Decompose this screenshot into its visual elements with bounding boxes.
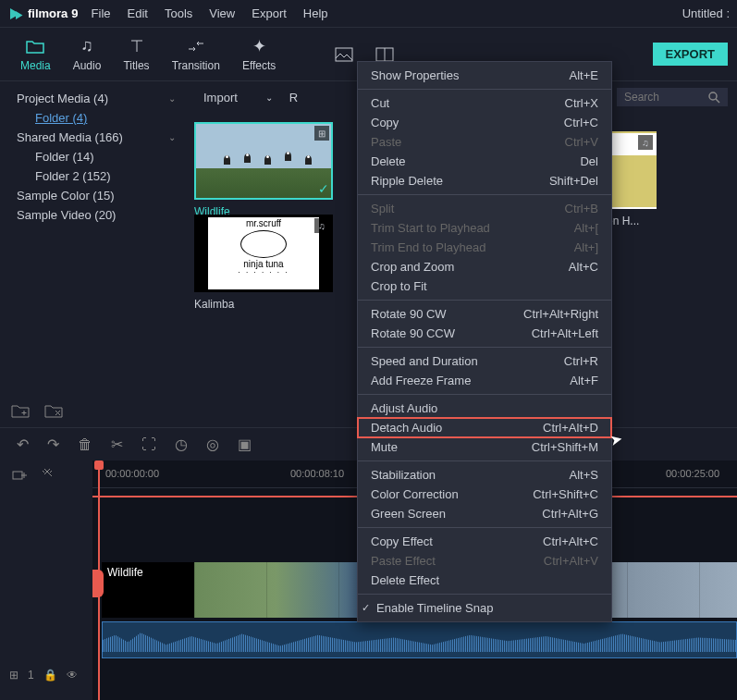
- context-menu-item[interactable]: Detach AudioCtrl+Alt+D: [358, 418, 611, 437]
- context-menu-item[interactable]: Green ScreenCtrl+Alt+G: [358, 504, 611, 523]
- export-button[interactable]: EXPORT: [653, 43, 728, 66]
- context-menu-item[interactable]: Delete Effect: [358, 571, 611, 590]
- context-menu-item[interactable]: CopyCtrl+C: [358, 113, 611, 132]
- split-button[interactable]: ✂: [111, 436, 123, 453]
- context-menu-item[interactable]: Rotate 90 CWCtrl+Alt+Right: [358, 304, 611, 324]
- sparkle-icon: ✦: [250, 37, 268, 55]
- menu-edit[interactable]: Edit: [128, 6, 148, 20]
- context-menu-item[interactable]: Color CorrectionCtrl+Shift+C: [358, 485, 611, 504]
- context-menu-label: Paste Effect: [371, 554, 436, 568]
- audio-track[interactable]: [102, 621, 737, 658]
- delete-button[interactable]: 🗑: [78, 436, 92, 453]
- tab-effects[interactable]: ✦ Effects: [231, 31, 287, 78]
- app-version: 9: [71, 6, 78, 20]
- context-menu-item[interactable]: Speed and DurationCtrl+R: [358, 351, 611, 371]
- context-menu-item[interactable]: CutCtrl+X: [358, 93, 611, 113]
- lock-icon[interactable]: 🔒: [43, 669, 57, 682]
- video-badge-icon: ⊞: [314, 126, 329, 141]
- context-menu-shortcut: Ctrl+C: [546, 116, 598, 129]
- sidebar-item-project-media[interactable]: Project Media (4)⌄: [0, 89, 185, 108]
- media-thumb[interactable]: mr.scruff ninja tuna · · · · · · · ♫: [194, 215, 333, 292]
- context-menu-item: Trim Start to PlayheadAlt+[: [358, 218, 611, 238]
- crop-button[interactable]: ⛶: [141, 436, 156, 453]
- menu-export[interactable]: Export: [252, 6, 287, 20]
- sidebar-item-folder-4[interactable]: Folder (4): [0, 108, 185, 128]
- add-track-button[interactable]: [11, 468, 28, 481]
- record-button[interactable]: R: [289, 91, 298, 104]
- context-menu-item[interactable]: DeleteDel: [358, 152, 611, 171]
- context-menu-item[interactable]: Add Freeze FrameAlt+F: [358, 371, 611, 390]
- menu-file[interactable]: File: [92, 6, 111, 20]
- context-menu-item[interactable]: ✓Enable Timeline Snap: [358, 598, 611, 618]
- check-icon: ✓: [318, 181, 329, 196]
- context-menu-label: Crop to Fit: [371, 279, 427, 293]
- context-menu-shortcut: Alt+[: [556, 221, 598, 235]
- speed-button[interactable]: ◷: [175, 436, 188, 453]
- context-menu-item[interactable]: Crop and ZoomAlt+C: [358, 257, 611, 276]
- context-menu-label: Trim End to Playhead: [371, 240, 486, 254]
- svg-point-2: [709, 92, 717, 100]
- sidebar-item-shared-media[interactable]: Shared Media (166)⌄: [0, 128, 185, 147]
- context-menu-item[interactable]: Adjust Audio: [358, 399, 611, 418]
- context-menu-label: Add Freeze Frame: [371, 374, 471, 387]
- image-icon: [335, 45, 353, 64]
- track-number: 1: [28, 669, 34, 682]
- context-menu-label: Trim Start to Playhead: [371, 221, 490, 235]
- new-folder-button[interactable]: [11, 403, 30, 420]
- context-menu-shortcut: Alt+S: [551, 468, 598, 482]
- context-menu-item[interactable]: Crop to Fit: [358, 276, 611, 296]
- menu-view[interactable]: View: [209, 6, 235, 20]
- waveform: [103, 628, 736, 652]
- clip-handle[interactable]: [92, 570, 104, 597]
- context-menu-label: Enable Timeline Snap: [376, 601, 493, 615]
- green-screen-button[interactable]: ▣: [238, 436, 252, 453]
- context-menu-label: Split: [371, 202, 394, 215]
- context-menu-item: Paste EffectCtrl+Alt+V: [358, 551, 611, 571]
- context-menu-item[interactable]: Copy EffectCtrl+Alt+C: [358, 532, 611, 551]
- search-icon[interactable]: [707, 91, 720, 104]
- context-menu-item[interactable]: Ripple DeleteShift+Del: [358, 171, 611, 190]
- separator: [358, 461, 611, 461]
- context-menu-shortcut: Ctrl+Alt+C: [524, 534, 598, 548]
- context-menu-label: Speed and Duration: [371, 354, 478, 368]
- search-input[interactable]: [624, 91, 698, 104]
- menu-tools[interactable]: Tools: [165, 6, 192, 20]
- tab-audio[interactable]: ♫ Audio: [62, 31, 113, 78]
- folder-icon: [26, 37, 44, 55]
- redo-button[interactable]: ↷: [47, 436, 59, 453]
- eye-icon[interactable]: 👁: [67, 669, 78, 682]
- sidebar-item-folder-14[interactable]: Folder (14): [0, 147, 185, 166]
- context-menu-label: Ripple Delete: [371, 174, 443, 188]
- app-logo: filmora9: [7, 6, 79, 22]
- context-menu-label: Detach Audio: [371, 421, 442, 435]
- import-button[interactable]: Import⌄: [194, 88, 282, 107]
- sidebar-item-folder-2-152[interactable]: Folder 2 (152): [0, 166, 185, 186]
- search-box[interactable]: [617, 88, 728, 106]
- undo-button[interactable]: ↶: [17, 436, 29, 453]
- magnet-button[interactable]: [41, 467, 55, 482]
- chevron-down-icon: ⌄: [265, 92, 273, 103]
- context-menu-shortcut: Ctrl+B: [547, 202, 598, 215]
- tab-media[interactable]: Media: [9, 31, 62, 78]
- delete-folder-button[interactable]: [44, 403, 63, 420]
- media-thumb[interactable]: ⊞ ✓: [194, 122, 333, 200]
- sidebar-item-sample-video[interactable]: Sample Video (20): [0, 205, 185, 225]
- tab-transition[interactable]: Transition: [161, 31, 231, 78]
- color-button[interactable]: ◎: [206, 436, 219, 453]
- context-menu-item[interactable]: Show PropertiesAlt+E: [358, 66, 611, 85]
- app-name: filmora: [28, 6, 68, 20]
- separator: [358, 394, 611, 395]
- media-item-kalimba[interactable]: mr.scruff ninja tuna · · · · · · · ♫ Kal…: [194, 215, 333, 311]
- sidebar-item-sample-color[interactable]: Sample Color (15): [0, 186, 185, 205]
- separator: [358, 300, 611, 301]
- context-menu-item[interactable]: StabilizationAlt+S: [358, 465, 611, 485]
- context-menu-label: Cut: [371, 96, 389, 110]
- context-menu-item[interactable]: Rotate 90 CCWCtrl+Alt+Left: [358, 324, 611, 343]
- context-menu-shortcut: Alt+C: [550, 260, 598, 274]
- menu-help[interactable]: Help: [303, 6, 328, 20]
- audio-badge-icon: ♫: [638, 135, 653, 150]
- context-menu-item[interactable]: MuteCtrl+Shift+M: [358, 437, 611, 457]
- context-menu-shortcut: Ctrl+R: [546, 354, 598, 368]
- context-menu-item: Trim End to PlayheadAlt+]: [358, 238, 611, 257]
- tab-titles[interactable]: Titles: [112, 31, 160, 78]
